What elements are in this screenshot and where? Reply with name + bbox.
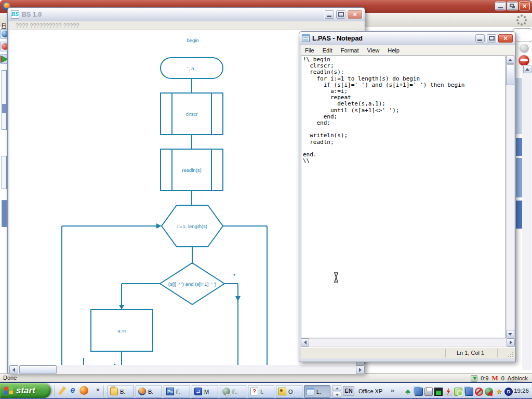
firefox-restore-button[interactable] bbox=[507, 2, 518, 10]
flow-condition-label: (s[i]=' ') and (s[i+1]=' ') bbox=[168, 281, 217, 287]
bs-menubar[interactable]: ???? ?????????? ????? bbox=[9, 21, 364, 30]
bs-horizontal-scrollbar[interactable] bbox=[9, 365, 365, 374]
scroll-right-button[interactable] bbox=[356, 365, 365, 374]
bs-maximize-button[interactable] bbox=[336, 10, 346, 19]
scroll-down-button[interactable] bbox=[506, 330, 514, 338]
taskbar-clock: 19:26 bbox=[514, 388, 529, 394]
tray-volume-icon[interactable] bbox=[454, 388, 462, 396]
gmail-notifier-icon[interactable]: M bbox=[491, 374, 498, 382]
arrowhead bbox=[156, 223, 162, 229]
blocked-content-icon bbox=[518, 55, 529, 66]
notepad-window-title: L.PAS - Notepad bbox=[312, 35, 363, 42]
notepad-minimize-button[interactable] bbox=[475, 34, 485, 43]
tray-wand-icon[interactable]: ★ bbox=[495, 388, 503, 396]
task-button-2[interactable]: B. bbox=[136, 385, 162, 398]
cursor-position: Ln 1, Col 1 bbox=[457, 350, 484, 356]
language-indicator[interactable]: EN bbox=[343, 386, 354, 396]
notepad-code[interactable]: !\ begin clrscr; readln(s); for i:=1 to … bbox=[301, 56, 506, 164]
menu-format[interactable]: Format bbox=[337, 47, 363, 54]
page-fragment bbox=[2, 70, 7, 130]
task-button-6[interactable]: ? I. bbox=[248, 385, 274, 398]
page-fragment bbox=[2, 156, 7, 189]
menu-view[interactable]: View bbox=[363, 47, 384, 54]
tray-network2-icon[interactable] bbox=[465, 388, 473, 396]
tray-globe-icon[interactable] bbox=[485, 388, 493, 396]
quicklaunch-firefox-icon[interactable] bbox=[79, 386, 88, 395]
arrowhead bbox=[235, 296, 241, 301]
start-button[interactable]: start bbox=[0, 383, 51, 398]
menu-help[interactable]: Help bbox=[383, 47, 404, 54]
task-button-label: F. bbox=[232, 389, 237, 395]
badge-icon bbox=[278, 388, 286, 395]
notepad-window: L.PAS - Notepad × FileEditFormatViewHelp… bbox=[299, 31, 516, 362]
firefox-statusbar: Done 0:9 M 0 Adblock bbox=[0, 373, 532, 382]
status-text: Done bbox=[3, 375, 17, 381]
task-button-3[interactable]: Pc F. bbox=[164, 385, 190, 398]
flow-begin-label: begin bbox=[187, 37, 198, 43]
taskband-scrollers[interactable] bbox=[332, 385, 341, 398]
ibeam-cursor-icon bbox=[332, 272, 340, 283]
task-button-4[interactable]: ⇄ M bbox=[192, 385, 218, 398]
arrowhead bbox=[119, 305, 124, 310]
task-button-label: M bbox=[204, 389, 209, 395]
bs-minimize-button[interactable] bbox=[324, 10, 335, 19]
scrollbar-thumb[interactable] bbox=[19, 365, 57, 374]
menu-file[interactable]: File bbox=[301, 47, 318, 54]
scroll-left-button[interactable] bbox=[9, 365, 18, 374]
scroll-left-button[interactable] bbox=[301, 338, 309, 347]
language-bar-label[interactable]: Office XP bbox=[358, 388, 382, 394]
firefox-scrollbar[interactable] bbox=[523, 65, 531, 370]
firefox-minimize-button[interactable] bbox=[495, 2, 506, 10]
task-button-label: F. bbox=[176, 389, 181, 395]
flow-terminator-label: ˉ, a., bbox=[187, 65, 196, 71]
scroll-up-button[interactable] bbox=[506, 56, 514, 64]
bs-app-icon: BS bbox=[11, 10, 19, 19]
language-bar-chevron[interactable]: » bbox=[391, 387, 394, 394]
scroll-up-button[interactable] bbox=[523, 65, 531, 73]
resize-grip[interactable] bbox=[507, 351, 514, 357]
taskband-scroll-up[interactable] bbox=[332, 385, 341, 391]
scrollbar-thumb[interactable] bbox=[506, 64, 514, 85]
notepad-vertical-scrollbar[interactable] bbox=[506, 56, 515, 338]
tray-network-icon[interactable] bbox=[415, 388, 423, 396]
scroll-right-button[interactable] bbox=[507, 338, 515, 347]
notepad-text-area[interactable]: !\ begin clrscr; readln(s); for i:=1 to … bbox=[301, 56, 506, 338]
firefox-file-menu-fragment[interactable]: Fi bbox=[1, 22, 7, 29]
menu-edit[interactable]: Edit bbox=[318, 47, 337, 54]
task-button-1[interactable]: B. bbox=[108, 385, 134, 398]
firefox-close-button[interactable]: × bbox=[519, 2, 530, 10]
download-icon[interactable] bbox=[471, 375, 477, 382]
quicklaunch-separator bbox=[54, 385, 56, 397]
firefox-icon bbox=[138, 388, 146, 395]
task-button-7[interactable]: O bbox=[276, 385, 302, 398]
quicklaunch-pen-icon[interactable] bbox=[57, 385, 66, 395]
desktop: × Fi Done 0:9 M 0 Adblock BS bbox=[0, 0, 532, 399]
tray-printer-icon[interactable] bbox=[424, 388, 433, 396]
flow-process2-label: readln(s) bbox=[182, 167, 202, 173]
bs-menu-text[interactable]: ???? ?????????? ????? bbox=[16, 22, 79, 29]
tray-blocked-icon[interactable] bbox=[475, 388, 483, 396]
tray-indicator-icon[interactable] bbox=[434, 388, 443, 396]
flow-assign-label: a:=i bbox=[117, 328, 126, 334]
notepad-close-button[interactable]: × bbox=[498, 34, 513, 43]
task-button-5[interactable]: F. bbox=[220, 385, 246, 398]
taskband-scroll-down[interactable] bbox=[332, 392, 341, 398]
notepad-statusbar: Ln 1, Col 1 bbox=[301, 347, 515, 358]
tray-clover-icon[interactable]: ♣ bbox=[404, 388, 412, 396]
bs-close-button[interactable]: × bbox=[347, 10, 363, 19]
notepad-horizontal-scrollbar[interactable] bbox=[301, 338, 515, 347]
adblock-status[interactable]: Adblock bbox=[508, 375, 528, 381]
task-button-notepad[interactable]: L. bbox=[304, 385, 330, 398]
go-button-fragment[interactable] bbox=[520, 44, 529, 53]
task-button-label: B. bbox=[148, 389, 153, 395]
sync-icon: ⇄ bbox=[194, 388, 202, 395]
notepad-maximize-button[interactable] bbox=[486, 34, 497, 43]
loop-return-connector bbox=[84, 358, 115, 365]
quicklaunch-overflow-chevron[interactable]: » bbox=[96, 386, 100, 393]
system-tray: ♣ ★ D bbox=[404, 386, 513, 397]
bs-titlebar[interactable]: BS BS 1.0 bbox=[8, 8, 365, 21]
tray-disc-icon[interactable]: D bbox=[504, 388, 513, 396]
download-count: 0:9 bbox=[481, 375, 488, 381]
tray-power-icon[interactable] bbox=[444, 388, 453, 396]
quicklaunch-ie-icon[interactable]: e bbox=[68, 385, 77, 395]
